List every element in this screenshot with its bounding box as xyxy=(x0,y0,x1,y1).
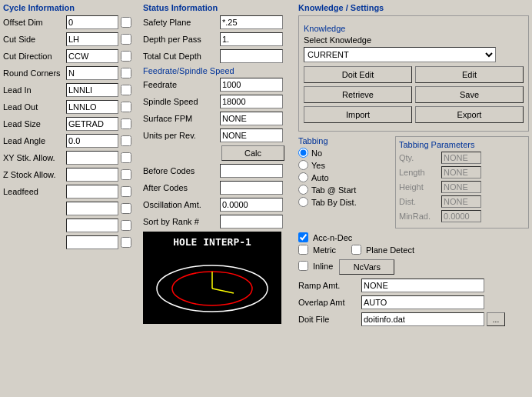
tab-minrad-row: MinRad. xyxy=(399,210,525,222)
overlap-amt-input[interactable] xyxy=(361,295,484,309)
extra-input-2[interactable] xyxy=(66,219,118,232)
doit-edit-button[interactable]: Doit Edit xyxy=(304,66,412,83)
depth-per-pass-row: Depth per Pass xyxy=(143,32,295,46)
z-stock-checkbox[interactable] xyxy=(121,169,131,180)
retrieve-button[interactable]: Retrieve xyxy=(304,86,412,103)
ramp-amt-input[interactable] xyxy=(361,279,484,292)
feedrate-input[interactable] xyxy=(220,78,283,92)
knowledge-btn-row-3: Import Export xyxy=(304,106,524,123)
tab-minrad-input[interactable] xyxy=(441,210,481,222)
import-button[interactable]: Import xyxy=(304,106,412,123)
doit-file-input[interactable] xyxy=(361,312,484,326)
tabbing-parameters: Tabbing Parameters Qty. Length Height Di… xyxy=(395,136,529,229)
knowledge-select[interactable]: CURRENT xyxy=(304,47,496,62)
leadfeed-input[interactable] xyxy=(66,185,118,198)
leadfeed-checkbox[interactable] xyxy=(121,186,131,197)
after-codes-input[interactable] xyxy=(220,181,283,195)
tabbing-area: Tabbing No Yes Auto Tab @ Start xyxy=(298,136,529,229)
bottom-rows: Ramp Amt. Overlap Amt Doit File ... xyxy=(298,279,529,326)
after-codes-label: After Codes xyxy=(143,183,220,192)
tab-dist-radio[interactable] xyxy=(298,197,308,207)
cut-side-input[interactable] xyxy=(66,32,118,46)
edit-button[interactable]: Edit xyxy=(415,66,524,83)
tab-auto-radio[interactable] xyxy=(298,172,308,182)
inline-row: Inline NcVars xyxy=(298,259,529,275)
lead-size-input[interactable] xyxy=(66,117,118,131)
extra-checkbox-3[interactable] xyxy=(121,237,131,248)
oscillation-row: Oscillation Amt. xyxy=(143,198,295,212)
extra-input-1[interactable] xyxy=(66,202,118,215)
plane-detect-checkbox-row: Plane Detect xyxy=(351,245,414,255)
ncvars-button[interactable]: NcVars xyxy=(339,259,394,275)
xy-stk-input[interactable] xyxy=(66,151,118,165)
overlap-amt-row: Overlap Amt xyxy=(298,295,529,309)
lead-angle-checkbox[interactable] xyxy=(121,135,131,146)
z-stock-input[interactable] xyxy=(66,168,118,182)
cut-direction-checkbox[interactable] xyxy=(121,51,131,62)
sort-by-rank-input[interactable] xyxy=(220,215,283,229)
units-per-rev-input[interactable] xyxy=(220,128,283,142)
extra-input-3[interactable] xyxy=(66,235,118,249)
safety-plane-input[interactable] xyxy=(220,15,283,29)
xy-stk-label: XY Stk. Allow. xyxy=(3,153,66,162)
tab-yes-radio[interactable] xyxy=(298,160,308,170)
tab-no-radio[interactable] xyxy=(298,148,308,158)
tab-length-input[interactable] xyxy=(441,166,481,178)
lead-out-checkbox[interactable] xyxy=(121,102,131,112)
cycle-info-title: Cycle Information xyxy=(3,3,140,12)
lead-out-input[interactable] xyxy=(66,100,118,114)
extra-checkbox-2[interactable] xyxy=(121,220,131,231)
tab-start-label: Tab @ Start xyxy=(311,185,356,195)
total-cut-depth-input[interactable] xyxy=(220,49,283,63)
cut-side-row: Cut Side xyxy=(3,32,140,46)
tab-height-input[interactable] xyxy=(441,181,481,193)
doit-file-label: Doit File xyxy=(298,315,361,324)
oscillation-input[interactable] xyxy=(220,198,283,212)
offset-dim-checkbox[interactable] xyxy=(121,17,131,28)
spindle-speed-input[interactable] xyxy=(220,95,283,108)
svg-line-3 xyxy=(212,289,234,293)
after-codes-row: After Codes xyxy=(143,181,295,195)
tab-height-label: Height xyxy=(399,182,441,192)
lead-size-checkbox[interactable] xyxy=(121,118,131,129)
export-button[interactable]: Export xyxy=(415,106,524,123)
knowledge-settings-title: Knowledge / Settings xyxy=(298,3,529,12)
tab-qty-input[interactable] xyxy=(441,152,481,164)
spindle-speed-row: Spindle Speed xyxy=(143,95,295,108)
lead-angle-input[interactable] xyxy=(66,134,118,148)
sort-by-rank-row: Sort by Rank # xyxy=(143,215,295,229)
round-corners-checkbox[interactable] xyxy=(121,68,131,78)
tab-start-radio[interactable] xyxy=(298,185,308,195)
cycle-information-panel: Cycle Information Offset Dim Cut Side Cu… xyxy=(3,3,140,394)
inline-checkbox[interactable] xyxy=(298,261,308,271)
tab-dist-param-input[interactable] xyxy=(441,195,481,208)
plane-detect-checkbox[interactable] xyxy=(351,245,361,255)
safety-plane-row: Safety Plane xyxy=(143,15,295,29)
xy-stk-checkbox[interactable] xyxy=(121,152,131,163)
tab-start-row: Tab @ Start xyxy=(298,185,391,195)
lead-angle-row: Lead Angle xyxy=(3,134,140,148)
doit-file-row: Doit File ... xyxy=(298,312,529,326)
extra-checkbox-1[interactable] xyxy=(121,203,131,214)
hole-diagram xyxy=(143,249,281,322)
before-codes-input[interactable] xyxy=(220,164,283,178)
cut-side-label: Cut Side xyxy=(3,35,66,44)
offset-dim-input[interactable] xyxy=(66,15,118,29)
tab-dist-param-label: Dist. xyxy=(399,197,441,206)
surface-fpm-input[interactable] xyxy=(220,112,283,125)
cut-side-checkbox[interactable] xyxy=(121,34,131,45)
safety-plane-label: Safety Plane xyxy=(143,18,220,27)
round-corners-label: Round Corners xyxy=(3,68,66,78)
browse-button[interactable]: ... xyxy=(487,312,505,326)
tab-dist-label: Tab By Dist. xyxy=(311,198,357,207)
round-corners-input[interactable] xyxy=(66,66,118,80)
cut-direction-input[interactable] xyxy=(66,49,118,63)
metric-checkbox[interactable] xyxy=(298,245,308,255)
save-button[interactable]: Save xyxy=(415,86,524,103)
extra-row-2 xyxy=(3,219,140,232)
calc-button[interactable]: Calc xyxy=(221,145,284,161)
lead-in-input[interactable] xyxy=(66,83,118,97)
depth-per-pass-input[interactable] xyxy=(220,32,283,46)
acc-n-dec-checkbox[interactable] xyxy=(298,232,308,242)
lead-in-checkbox[interactable] xyxy=(121,85,131,95)
